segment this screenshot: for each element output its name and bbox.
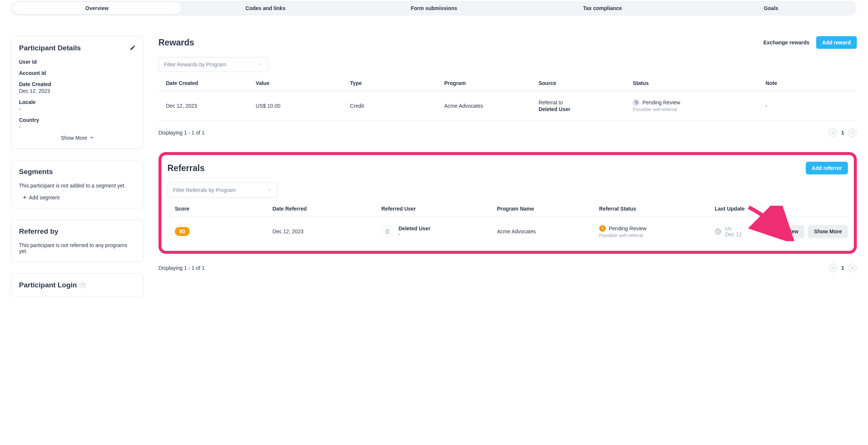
add-reward-button[interactable]: Add reward bbox=[816, 36, 857, 49]
user-sub: - bbox=[399, 231, 431, 237]
participant-login-title: Participant Login bbox=[19, 281, 77, 289]
clock-icon bbox=[633, 99, 639, 106]
review-button[interactable]: Review bbox=[774, 225, 804, 238]
col-program-name: Program Name bbox=[494, 206, 596, 212]
sidebar: Participant Details User Id Account Id D… bbox=[11, 36, 144, 297]
referrals-filter-placeholder: Filter Referrals by Program bbox=[173, 187, 236, 193]
table-row[interactable]: 80 Dec 12, 2023 Deleted User - bbox=[167, 217, 848, 246]
col-score: Score bbox=[167, 206, 270, 212]
cell-last-update: Us Dec 12 Review Show More bbox=[712, 225, 848, 237]
status-text: Pending Review bbox=[609, 225, 647, 231]
date-created-label: Date Created bbox=[19, 81, 136, 87]
col-referred-user: Referred User bbox=[378, 206, 494, 212]
cell-referral-status: ! Pending Review Possible self-referral bbox=[596, 225, 712, 238]
source-target: Deleted User bbox=[538, 106, 627, 112]
prev-page-button[interactable] bbox=[828, 128, 837, 137]
cell-note: - bbox=[762, 103, 857, 109]
source-label: Referral to bbox=[538, 100, 627, 105]
referrals-displaying-text: Displaying 1 - 1 of 1 bbox=[158, 265, 205, 271]
segments-empty-text: This participant is not added to a segme… bbox=[19, 183, 136, 189]
col-date: Date Created bbox=[158, 80, 253, 86]
col-program: Program bbox=[441, 80, 536, 86]
substatus-text: Possible self-referral bbox=[633, 107, 760, 112]
col-note: Note bbox=[762, 80, 857, 86]
rewards-table: Date Created Value Type Program Source S… bbox=[158, 80, 857, 121]
rewards-pagination: 1 bbox=[828, 128, 857, 137]
referred-by-empty-text: This participant is not referred to any … bbox=[19, 242, 136, 254]
tabs-bar: Overview Codes and links Form submission… bbox=[11, 1, 857, 16]
chevron-down-icon bbox=[267, 187, 272, 193]
substatus-text: Possible self-referral bbox=[599, 233, 709, 238]
user-id-label: User Id bbox=[19, 59, 136, 65]
rewards-filter-select[interactable]: Filter Rewards by Program bbox=[158, 57, 268, 72]
tab-tax[interactable]: Tax compliance bbox=[518, 2, 687, 14]
update-line2: Dec 12 bbox=[725, 231, 742, 237]
cell-referred-user: Deleted User - bbox=[378, 225, 494, 237]
country-label: Country bbox=[19, 117, 136, 123]
tab-forms[interactable]: Form submissions bbox=[350, 2, 518, 14]
next-page-button[interactable] bbox=[848, 128, 857, 137]
tab-goals[interactable]: Goals bbox=[687, 2, 855, 14]
referrals-filter-select[interactable]: Filter Referrals by Program bbox=[167, 183, 277, 198]
referrals-highlight-box: Referrals Add referrer Filter Referrals … bbox=[158, 152, 857, 254]
referrals-title: Referrals bbox=[167, 163, 205, 173]
show-more-details[interactable]: Show More bbox=[19, 135, 136, 141]
participant-details-title: Participant Details bbox=[19, 44, 81, 52]
cell-date: Dec 12, 2023 bbox=[158, 103, 253, 109]
col-type: Type bbox=[347, 80, 441, 86]
score-pill: 80 bbox=[175, 227, 190, 236]
date-created-value: Dec 12, 2023 bbox=[19, 88, 136, 94]
referred-by-card: Referred by This participant is not refe… bbox=[11, 220, 144, 262]
exchange-rewards-link[interactable]: Exchange rewards bbox=[763, 40, 809, 45]
table-row[interactable]: Dec 12, 2023 US$ 10.00 Credit Acme Advoc… bbox=[158, 91, 857, 121]
check-icon bbox=[715, 228, 721, 235]
col-status: Status bbox=[630, 80, 762, 86]
show-more-label: Show More bbox=[61, 135, 87, 141]
rewards-displaying-text: Displaying 1 - 1 of 1 bbox=[158, 130, 205, 136]
segments-card: Segments This participant is not added t… bbox=[11, 160, 144, 208]
add-segment-button[interactable]: + Add segment bbox=[19, 195, 136, 201]
referrals-pagination: 1 bbox=[828, 263, 857, 272]
referrals-table: Score Date Referred Referred User Progra… bbox=[167, 206, 848, 246]
cell-score: 80 bbox=[167, 227, 270, 236]
add-referrer-button[interactable]: Add referrer bbox=[806, 162, 848, 174]
cell-program: Acme Advocates bbox=[441, 103, 536, 109]
locale-label: Locale bbox=[19, 99, 136, 105]
col-last-update: Last Update bbox=[712, 206, 848, 212]
edit-icon[interactable] bbox=[130, 45, 136, 52]
page-number: 1 bbox=[841, 130, 844, 136]
page-number: 1 bbox=[841, 265, 844, 271]
plus-icon: + bbox=[23, 195, 27, 200]
referred-by-title: Referred by bbox=[19, 227, 136, 236]
cell-type: Credit bbox=[347, 103, 441, 109]
tab-codes[interactable]: Codes and links bbox=[181, 2, 350, 14]
user-name: Deleted User bbox=[399, 225, 431, 231]
alert-icon: ! bbox=[599, 225, 606, 232]
status-text: Pending Review bbox=[642, 100, 680, 105]
main-content: Rewards Exchange rewards Add reward Filt… bbox=[158, 36, 857, 272]
cell-status: Pending Review Possible self-referral bbox=[630, 99, 762, 112]
rewards-title: Rewards bbox=[158, 38, 194, 48]
locale-value: - bbox=[19, 106, 136, 112]
show-more-button[interactable]: Show More bbox=[808, 225, 848, 238]
participant-login-card: Participant Login ? bbox=[11, 273, 144, 297]
rewards-filter-placeholder: Filter Rewards by Program bbox=[164, 61, 226, 67]
cell-date-referred: Dec 12, 2023 bbox=[270, 228, 378, 234]
add-segment-label: Add segment bbox=[29, 195, 60, 201]
rewards-section: Rewards Exchange rewards Add reward Filt… bbox=[158, 36, 857, 137]
tab-overview[interactable]: Overview bbox=[13, 2, 181, 14]
country-value: - bbox=[19, 124, 136, 130]
chevron-down-icon bbox=[258, 61, 263, 67]
account-id-label: Account Id bbox=[19, 70, 136, 76]
participant-details-card: Participant Details User Id Account Id D… bbox=[11, 36, 144, 149]
col-value: Value bbox=[253, 80, 347, 86]
help-icon[interactable]: ? bbox=[80, 282, 86, 288]
prev-page-button[interactable] bbox=[828, 263, 837, 272]
next-page-button[interactable] bbox=[848, 263, 857, 272]
col-referral-status: Referral Status bbox=[596, 206, 712, 212]
cell-program-name: Acme Advocates bbox=[494, 228, 596, 234]
cell-value: US$ 10.00 bbox=[253, 103, 347, 109]
chevron-down-icon bbox=[89, 135, 94, 141]
col-date-referred: Date Referred bbox=[270, 206, 378, 212]
trash-icon bbox=[381, 225, 393, 237]
